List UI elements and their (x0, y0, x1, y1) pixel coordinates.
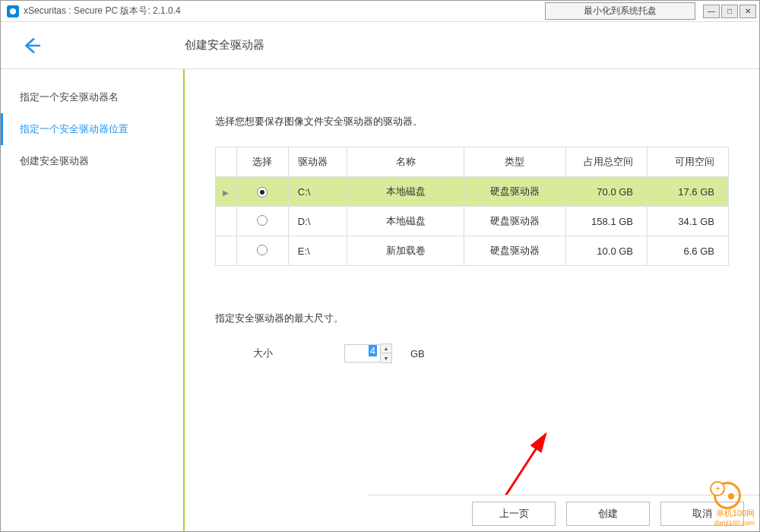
title-bar: xSecuritas : Secure PC 版本号: 2.1.0.4 最小化到… (1, 1, 759, 22)
spinner-down[interactable]: ▼ (381, 353, 391, 363)
sidebar-step-name[interactable]: 指定一个安全驱动器名 (1, 81, 183, 113)
cell-type: 硬盘驱动器 (464, 236, 565, 266)
row-radio[interactable] (257, 215, 268, 226)
minimize-to-tray-button[interactable]: 最小化到系统托盘 (545, 2, 695, 20)
col-name: 名称 (347, 147, 464, 177)
row-handle-icon: ▶ (223, 218, 229, 226)
col-free: 可用空间 (648, 147, 729, 177)
page-header: 创建安全驱动器 (1, 22, 759, 69)
cancel-button[interactable]: 取消 (660, 502, 744, 526)
minimize-button[interactable]: — (703, 5, 720, 18)
cell-free: 17.6 GB (648, 177, 729, 207)
size-unit: GB (410, 348, 425, 359)
size-input[interactable]: 4 (344, 344, 381, 363)
sidebar-item-label: 指定一个安全驱动器位置 (20, 123, 128, 135)
close-button[interactable]: ✕ (739, 5, 756, 18)
col-handle (216, 147, 237, 177)
sidebar-step-create[interactable]: 创建安全驱动器 (1, 145, 183, 177)
back-button[interactable] (14, 29, 48, 62)
cell-total: 70.0 GB (565, 177, 647, 207)
sidebar-item-label: 指定一个安全驱动器名 (20, 91, 119, 103)
window-title: xSecuritas : Secure PC 版本号: 2.1.0.4 (24, 5, 181, 17)
wizard-sidebar: 指定一个安全驱动器名 指定一个安全驱动器位置 创建安全驱动器 (1, 69, 183, 531)
main-content: 选择您想要保存图像文件安全驱动器的驱动器。 选择 驱动器 名称 类型 占用总空间… (185, 69, 759, 531)
cell-name: 本地磁盘 (347, 207, 464, 236)
size-section: 指定安全驱动器的最大尺寸。 大小 4 ▲ ▼ GB (215, 312, 729, 363)
cell-drive: D:\ (288, 207, 347, 236)
cell-name: 本地磁盘 (347, 177, 464, 207)
cell-total: 10.0 GB (565, 236, 647, 266)
size-caption: 大小 (253, 347, 299, 360)
sidebar-step-location[interactable]: 指定一个安全驱动器位置 (1, 113, 183, 145)
table-row[interactable]: ▶D:\本地磁盘硬盘驱动器158.1 GB34.1 GB (216, 207, 729, 236)
drive-table: 选择 驱动器 名称 类型 占用总空间 可用空间 ▶C:\本地磁盘硬盘驱动器70.… (215, 147, 729, 266)
create-button[interactable]: 创建 (566, 502, 650, 526)
spinner-up[interactable]: ▲ (381, 344, 391, 353)
app-icon (7, 5, 19, 17)
cell-type: 硬盘驱动器 (464, 207, 565, 236)
cell-free: 6.6 GB (648, 236, 729, 266)
table-row[interactable]: ▶C:\本地磁盘硬盘驱动器70.0 GB17.6 GB (216, 177, 729, 207)
table-row[interactable]: ▶E:\新加载卷硬盘驱动器10.0 GB6.6 GB (216, 236, 729, 266)
col-type: 类型 (464, 147, 565, 177)
cell-name: 新加载卷 (347, 236, 464, 266)
cell-total: 158.1 GB (565, 207, 647, 236)
col-select: 选择 (236, 147, 288, 177)
instruction-text: 选择您想要保存图像文件安全驱动器的驱动器。 (215, 115, 729, 128)
prev-button[interactable]: 上一页 (472, 502, 556, 526)
footer-bar: 上一页 创建 取消 (367, 495, 759, 531)
cell-type: 硬盘驱动器 (464, 177, 565, 207)
row-handle-icon: ▶ (223, 188, 229, 197)
size-instruction: 指定安全驱动器的最大尺寸。 (215, 312, 729, 325)
row-radio[interactable] (257, 245, 268, 255)
col-drive: 驱动器 (288, 147, 347, 177)
sidebar-item-label: 创建安全驱动器 (20, 155, 89, 166)
maximize-button[interactable]: □ (721, 5, 738, 18)
col-total: 占用总空间 (565, 147, 647, 177)
row-handle-icon: ▶ (223, 248, 229, 256)
cell-drive: E:\ (288, 236, 347, 266)
size-spinner: ▲ ▼ (381, 344, 392, 363)
cell-free: 34.1 GB (648, 207, 729, 236)
cell-drive: C:\ (288, 177, 347, 207)
row-radio[interactable] (257, 187, 268, 198)
page-title: 创建安全驱动器 (185, 38, 264, 52)
arrow-left-icon (21, 36, 41, 55)
